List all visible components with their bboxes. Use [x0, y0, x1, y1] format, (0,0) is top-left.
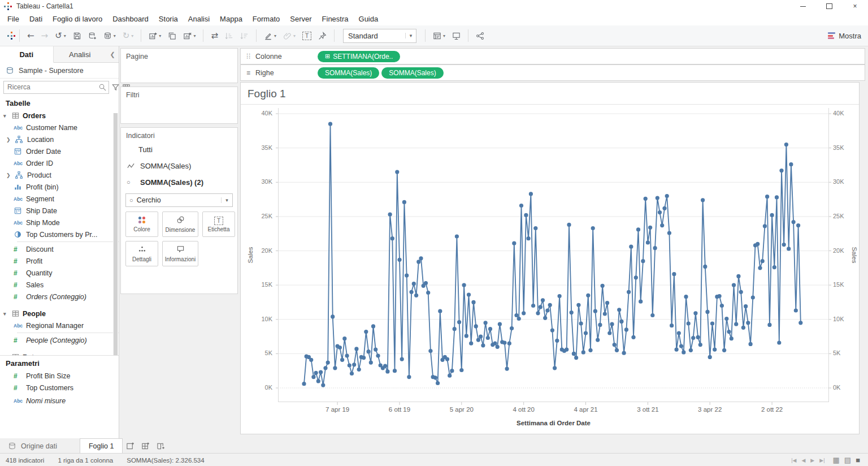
columns-shelf[interactable]: ⫶⫶ Colonne ⊞SETTIMANA(Orde..: [240, 48, 865, 64]
field-quantity[interactable]: #Quantity: [0, 267, 119, 279]
data-point[interactable]: [457, 320, 461, 324]
bottom-axis[interactable]: Settimana di Order Date 7 apr 196 ott 19…: [278, 402, 829, 434]
data-point[interactable]: [539, 305, 542, 309]
data-point[interactable]: [627, 290, 631, 294]
menu-dashboard[interactable]: Dashboard: [107, 13, 154, 25]
data-point[interactable]: [541, 298, 545, 302]
clear-sheet-caret-icon[interactable]: ▾: [193, 33, 196, 38]
data-point[interactable]: [601, 284, 605, 288]
data-point[interactable]: [798, 321, 802, 325]
data-point[interactable]: [644, 197, 648, 201]
data-point[interactable]: [572, 352, 576, 356]
data-point[interactable]: [724, 317, 728, 321]
data-point[interactable]: [395, 170, 399, 174]
data-point[interactable]: [517, 317, 521, 321]
data-point[interactable]: [646, 240, 650, 244]
data-point[interactable]: [311, 375, 315, 379]
data-point[interactable]: [465, 334, 468, 338]
data-point[interactable]: [412, 282, 416, 286]
data-point[interactable]: [567, 223, 571, 227]
data-point[interactable]: [705, 310, 709, 314]
chart-plot-area[interactable]: [278, 108, 829, 402]
data-point[interactable]: [730, 336, 734, 340]
data-point[interactable]: [665, 194, 669, 198]
data-point[interactable]: [445, 357, 449, 361]
scrollbar-thumb[interactable]: [114, 113, 118, 362]
data-point[interactable]: [617, 308, 621, 312]
data-point[interactable]: [576, 303, 580, 307]
data-point[interactable]: [658, 210, 662, 214]
data-point[interactable]: [622, 351, 626, 355]
duplicate-button[interactable]: [164, 29, 180, 42]
data-point[interactable]: [367, 350, 371, 353]
rows-shelf[interactable]: ≡ Righe SOMMA(Sales)SOMMA(Sales): [240, 64, 865, 81]
data-point[interactable]: [376, 353, 380, 357]
grid-view-icon[interactable]: ▦: [833, 456, 840, 464]
datasource-row[interactable]: Sample - Superstore: [0, 63, 119, 79]
show-mark-labels-button[interactable]: T: [299, 29, 315, 42]
data-point[interactable]: [720, 304, 724, 308]
data-point[interactable]: [314, 371, 318, 375]
data-point[interactable]: [481, 343, 485, 347]
data-point[interactable]: [426, 291, 430, 295]
fix-axes-button[interactable]: [315, 29, 330, 42]
data-point[interactable]: [397, 258, 401, 262]
data-point[interactable]: [502, 340, 506, 344]
data-point[interactable]: [414, 294, 418, 297]
data-point[interactable]: [765, 195, 769, 199]
data-point[interactable]: [326, 361, 330, 365]
data-point[interactable]: [553, 366, 557, 370]
menu-foglio-di-lavoro[interactable]: Foglio di lavoro: [47, 13, 107, 25]
data-point[interactable]: [727, 330, 731, 334]
add-datasource-button[interactable]: [85, 29, 100, 42]
expand-icon[interactable]: ❯: [6, 172, 11, 178]
data-point[interactable]: [693, 311, 697, 315]
data-point[interactable]: [579, 321, 583, 325]
data-point[interactable]: [703, 265, 707, 269]
data-point[interactable]: [488, 327, 492, 331]
menu-mappa[interactable]: Mappa: [215, 13, 248, 25]
data-point[interactable]: [789, 162, 793, 166]
data-point[interactable]: [710, 321, 714, 325]
field-top-customers[interactable]: #Top Customers: [0, 382, 119, 394]
field-profit-bin[interactable]: Profit (bin): [0, 181, 119, 193]
field-order-date[interactable]: Order Date: [0, 145, 119, 157]
menu-formato[interactable]: Formato: [248, 13, 285, 25]
data-point[interactable]: [331, 314, 335, 318]
mark-type-caret-icon[interactable]: ▾: [221, 197, 232, 203]
field-profit-bin-size[interactable]: #Profit Bin Size: [0, 370, 119, 382]
data-point[interactable]: [484, 321, 488, 325]
data-point[interactable]: [419, 256, 423, 260]
data-point[interactable]: [333, 366, 337, 370]
presentation-mode-button[interactable]: [449, 29, 464, 42]
data-point[interactable]: [354, 347, 358, 351]
data-point[interactable]: [338, 346, 342, 350]
data-point[interactable]: [744, 304, 748, 308]
data-point[interactable]: [558, 294, 562, 298]
data-point[interactable]: [591, 226, 595, 230]
filmstrip-view-icon[interactable]: ▤: [844, 456, 851, 464]
data-point[interactable]: [682, 350, 685, 354]
field-top-customers-by-pr[interactable]: Top Customers by Pr...: [0, 228, 119, 240]
new-dashboard-tab-button[interactable]: [138, 439, 153, 453]
data-point[interactable]: [369, 361, 373, 365]
data-point[interactable]: [433, 376, 437, 379]
menu-dati[interactable]: Dati: [24, 13, 47, 25]
data-point[interactable]: [574, 356, 578, 360]
data-point[interactable]: [383, 364, 387, 368]
data-point[interactable]: [507, 342, 511, 346]
undo-button[interactable]: ←: [24, 29, 38, 42]
field-sales[interactable]: #Sales: [0, 279, 119, 291]
menu-guida[interactable]: Guida: [354, 13, 384, 25]
data-point[interactable]: [545, 308, 549, 312]
data-point[interactable]: [629, 245, 633, 249]
data-point[interactable]: [550, 329, 554, 333]
replay-caret-icon[interactable]: ▾: [64, 33, 66, 38]
data-point[interactable]: [605, 301, 609, 305]
data-point[interactable]: [345, 353, 349, 357]
field-order-id[interactable]: AbcOrder ID: [0, 157, 119, 169]
data-point[interactable]: [428, 349, 432, 353]
data-point[interactable]: [498, 322, 502, 326]
data-point[interactable]: [469, 342, 473, 346]
data-point[interactable]: [584, 331, 588, 335]
